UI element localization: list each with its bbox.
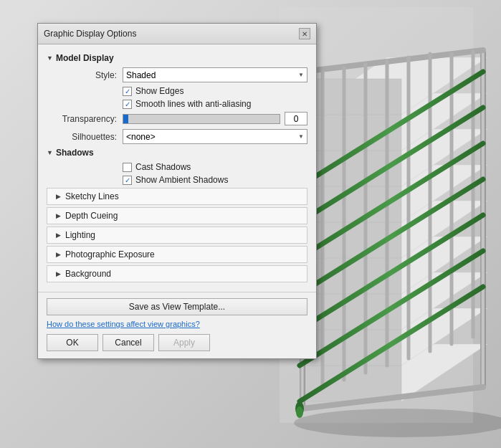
svg-point-33 bbox=[296, 406, 303, 418]
style-dropdown-arrow: ▼ bbox=[298, 72, 304, 78]
style-control: Shaded ▼ bbox=[123, 67, 307, 82]
style-label: Style: bbox=[58, 70, 123, 80]
close-button[interactable]: ✕ bbox=[299, 28, 310, 39]
collapsible-sections: ▶ Sketchy Lines ▶ Depth Cueing ▶ Lightin… bbox=[47, 188, 307, 282]
style-dropdown[interactable]: Shaded ▼ bbox=[123, 67, 307, 82]
depth-cueing-arrow: ▶ bbox=[56, 212, 61, 219]
help-link[interactable]: How do these settings affect view graphi… bbox=[47, 320, 307, 328]
style-row: Style: Shaded ▼ bbox=[47, 67, 307, 82]
photographic-exposure-arrow: ▶ bbox=[56, 251, 61, 258]
silhouettes-dropdown-arrow: ▼ bbox=[298, 133, 304, 140]
show-edges-label: Show Edges bbox=[135, 86, 183, 96]
shadows-label: Shadows bbox=[56, 148, 94, 158]
transparency-row: Transparency: 0 bbox=[47, 112, 307, 125]
smooth-lines-checkbox[interactable]: ✓ bbox=[123, 100, 132, 109]
slider-container: 0 bbox=[123, 112, 307, 125]
lighting-arrow: ▶ bbox=[56, 232, 61, 239]
cast-shadows-label: Cast Shadows bbox=[135, 162, 191, 172]
lighting-label: Lighting bbox=[65, 230, 95, 240]
model-display-label: Model Display bbox=[56, 53, 114, 63]
dialog-body: ▼ Model Display Style: Shaded ▼ ✓ Show E… bbox=[38, 44, 316, 292]
smooth-lines-row: ✓ Smooth lines with anti-aliasing bbox=[47, 99, 307, 109]
save-template-button[interactable]: Save as View Template... bbox=[47, 298, 307, 315]
svg-point-34 bbox=[294, 409, 501, 437]
silhouettes-dropdown[interactable]: <none> ▼ bbox=[123, 129, 307, 144]
ambient-shadows-label: Show Ambient Shadows bbox=[135, 175, 228, 185]
transparency-label: Transparency: bbox=[58, 114, 123, 124]
shadows-arrow: ▼ bbox=[47, 149, 53, 156]
shadows-section-header[interactable]: ▼ Shadows bbox=[47, 148, 307, 158]
background-label: Background bbox=[65, 269, 111, 279]
dialog-title-bar: Graphic Display Options ✕ bbox=[38, 24, 316, 44]
shadows-section: ▼ Shadows ✓ Cast Shadows ✓ Show Ambient … bbox=[47, 148, 307, 185]
sketchy-lines-label: Sketchy Lines bbox=[65, 191, 119, 201]
lighting-section[interactable]: ▶ Lighting bbox=[47, 227, 307, 244]
model-display-section-header[interactable]: ▼ Model Display bbox=[47, 53, 307, 63]
ambient-shadows-checkbox[interactable]: ✓ bbox=[123, 176, 132, 185]
photographic-exposure-section[interactable]: ▶ Photographic Exposure bbox=[47, 246, 307, 263]
background-section[interactable]: ▶ Background bbox=[47, 265, 307, 282]
photographic-exposure-label: Photographic Exposure bbox=[65, 249, 155, 259]
cancel-button[interactable]: Cancel bbox=[102, 334, 154, 351]
transparency-control: 0 bbox=[123, 112, 307, 125]
dialog-button-row: OK Cancel Apply bbox=[47, 334, 307, 351]
ambient-shadows-row: ✓ Show Ambient Shadows bbox=[47, 175, 307, 185]
dialog-bottom-area: Save as View Template... How do these se… bbox=[38, 292, 316, 358]
silhouettes-value: <none> bbox=[126, 132, 156, 142]
silhouettes-label: Silhouettes: bbox=[58, 132, 123, 142]
background-arrow: ▶ bbox=[56, 270, 61, 277]
show-edges-checkbox[interactable]: ✓ bbox=[123, 87, 132, 96]
ok-button[interactable]: OK bbox=[47, 334, 98, 351]
depth-cueing-label: Depth Cueing bbox=[65, 211, 118, 221]
depth-cueing-section[interactable]: ▶ Depth Cueing bbox=[47, 207, 307, 224]
dialog-title: Graphic Display Options bbox=[44, 29, 136, 39]
show-edges-row: ✓ Show Edges bbox=[47, 86, 307, 96]
style-value: Shaded bbox=[126, 70, 156, 80]
cast-shadows-checkbox[interactable]: ✓ bbox=[123, 163, 132, 172]
transparency-value[interactable]: 0 bbox=[285, 112, 307, 125]
graphic-display-options-dialog: Graphic Display Options ✕ ▼ Model Displa… bbox=[37, 23, 317, 359]
smooth-lines-label: Smooth lines with anti-aliasing bbox=[135, 99, 251, 109]
model-display-arrow: ▼ bbox=[47, 54, 53, 62]
sketchy-lines-arrow: ▶ bbox=[56, 193, 61, 200]
sketchy-lines-section[interactable]: ▶ Sketchy Lines bbox=[47, 188, 307, 205]
cast-shadows-row: ✓ Cast Shadows bbox=[47, 162, 307, 172]
transparency-slider[interactable] bbox=[123, 114, 280, 124]
silhouettes-row: Silhouettes: <none> ▼ bbox=[47, 129, 307, 144]
silhouettes-control: <none> ▼ bbox=[123, 129, 307, 144]
apply-button[interactable]: Apply bbox=[158, 334, 210, 351]
